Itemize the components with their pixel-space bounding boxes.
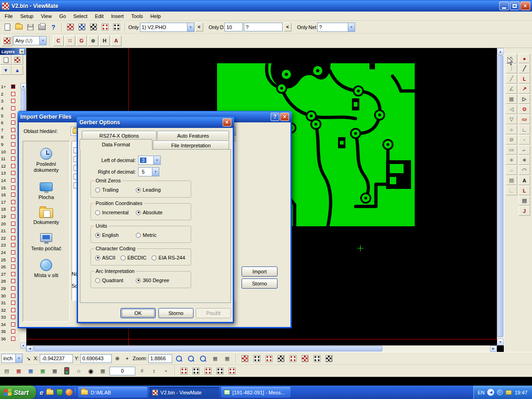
tool-button[interactable]: L	[519, 186, 530, 195]
view-mode-4-button[interactable]	[276, 353, 286, 364]
tool-button[interactable]: ∗	[506, 155, 517, 165]
grid-a-button[interactable]: ▦	[210, 353, 220, 364]
tool-button[interactable]: ∠	[506, 84, 517, 94]
zoom-value-field[interactable]: 1.8866	[148, 354, 172, 363]
minimize-button[interactable]	[499, 1, 509, 10]
select-mode-button[interactable]	[2, 36, 12, 46]
circle-select-button[interactable]: ○	[73, 366, 84, 376]
radio-option[interactable]: Leading	[136, 187, 176, 193]
tool-button[interactable]: ∟	[519, 125, 530, 134]
layer-swatch[interactable]	[11, 301, 15, 305]
layer-row[interactable]: 4	[0, 105, 20, 112]
tool-button[interactable]: ▷	[519, 94, 530, 104]
scroll-right-button[interactable]: ▶	[490, 345, 497, 352]
paint-mode-5-button[interactable]	[227, 366, 237, 376]
layer-up-button[interactable]: ▲	[12, 65, 23, 75]
dialog-help-button[interactable]: ?	[271, 113, 279, 121]
layer-row[interactable]: 35	[0, 328, 20, 335]
tab-auto-features[interactable]: Auto Features	[157, 131, 229, 140]
view-mode-1-button[interactable]	[240, 353, 250, 364]
dot-grid-button[interactable]: #	[137, 366, 147, 376]
layer-swatch[interactable]	[11, 92, 15, 96]
layer-swatch[interactable]	[11, 236, 15, 240]
grid-blue-button[interactable]: ▦	[25, 366, 36, 376]
tray-keyboard-icon[interactable]	[506, 390, 512, 395]
tool-button[interactable]: ●	[519, 54, 530, 63]
place-network[interactable]: Místa v síti	[25, 259, 67, 278]
task-button-mlab[interactable]: D:\MLAB	[78, 387, 147, 398]
select-tool-button[interactable]: ⊕	[88, 36, 98, 46]
layers-panel-titlebar[interactable]: Layers ×	[0, 48, 26, 55]
layer-swatch[interactable]	[11, 135, 15, 139]
apply-button[interactable]: Použít	[196, 308, 231, 318]
tool-button[interactable]: ↗	[519, 84, 530, 94]
radio-icon[interactable]	[136, 233, 141, 238]
radio-icon[interactable]	[151, 255, 157, 260]
layers-scroll-down[interactable]: ▼	[20, 343, 26, 349]
tab-file-interpretation[interactable]: File Interpretation	[153, 140, 229, 150]
menu-item[interactable]: Edit	[91, 12, 107, 20]
layer-swatch[interactable]	[11, 222, 15, 226]
layer-swatch[interactable]	[11, 286, 15, 290]
tool-button[interactable]: ◁	[506, 104, 517, 114]
highlight-dcodes-button[interactable]	[65, 22, 76, 32]
ok-button[interactable]: OK	[121, 308, 156, 318]
layer-swatch[interactable]	[11, 171, 15, 175]
highlight-toggle-button[interactable]	[61, 366, 72, 376]
menu-item[interactable]: View	[37, 12, 55, 20]
dialog-close-button[interactable]: ×	[280, 113, 289, 121]
radio-option[interactable]: 360 Degree	[136, 278, 176, 283]
layer-stack-button[interactable]: ▤	[1, 366, 12, 376]
hide-icons-button[interactable]: ◀	[487, 389, 494, 396]
menu-item[interactable]: Help	[147, 12, 165, 20]
aperture-list-button[interactable]	[77, 22, 87, 32]
print-button[interactable]	[36, 22, 47, 32]
tool-button[interactable]: ⊙	[519, 104, 530, 114]
grid-b-button[interactable]: ▦	[222, 353, 232, 364]
task-button-message[interactable]: [191-482-091] - Mess...	[221, 387, 290, 398]
units-combo[interactable]: inch ▼	[1, 354, 23, 363]
dialog-close-button[interactable]: ×	[223, 118, 231, 127]
layer-swatch[interactable]	[11, 157, 15, 161]
tool-button[interactable]: A	[519, 175, 530, 185]
place-documents[interactable]: Dokumenty	[25, 208, 67, 225]
layer-swatch[interactable]	[11, 258, 15, 262]
tool-button[interactable]: ▽	[506, 115, 517, 124]
cancel-button[interactable]: Storno	[158, 308, 193, 318]
tool-button[interactable]: ≡	[506, 125, 517, 134]
layer-swatch[interactable]	[11, 294, 15, 298]
layer-swatch[interactable]	[11, 128, 15, 132]
radio-option[interactable]: EIA RS-244	[151, 255, 185, 260]
layer-swatch[interactable]	[11, 207, 15, 211]
layer-row[interactable]: 1+	[0, 83, 20, 91]
tool-button[interactable]: ·	[519, 135, 530, 145]
gerber-dialog-titlebar[interactable]: Gerber Options ×	[77, 116, 234, 128]
grid-green-button[interactable]: ▦	[37, 366, 48, 376]
place-computer[interactable]: Tento počítač	[25, 233, 67, 252]
start-button[interactable]: Start	[0, 386, 36, 399]
pan-anchor-button[interactable]: ↕	[149, 366, 159, 376]
dcode-query-input[interactable]: ?	[244, 23, 283, 31]
layer-swatch[interactable]	[11, 106, 15, 110]
tool-button[interactable]: ▭	[506, 145, 517, 155]
save-button[interactable]	[25, 22, 36, 32]
internet-explorer-icon[interactable]: e	[40, 388, 43, 396]
layer-swatch[interactable]	[11, 308, 15, 312]
layer-swatch[interactable]	[11, 322, 15, 326]
layer-swatch[interactable]	[11, 186, 15, 190]
tool-button[interactable]: ╱	[519, 64, 530, 73]
grid-gray-button[interactable]: ▦	[49, 366, 60, 376]
import-cancel-button[interactable]: Storno	[242, 278, 278, 289]
only-dcode-label[interactable]: Only	[209, 24, 219, 30]
paint-mode-3-button[interactable]	[203, 366, 213, 376]
radio-option[interactable]: Trailing	[95, 187, 136, 193]
relative-origin-button[interactable]: ⊕	[113, 353, 121, 364]
net-combo[interactable]: ? ▼	[317, 23, 355, 32]
layer-swatch[interactable]	[11, 214, 15, 218]
import-button[interactable]: Import	[242, 266, 278, 277]
layer-swatch[interactable]	[11, 150, 15, 154]
clock[interactable]: 19:47	[514, 390, 527, 395]
filled-circle-button[interactable]: ◉	[85, 366, 96, 376]
browser-ball-icon[interactable]	[66, 389, 73, 396]
scroll-down-button[interactable]: ▼	[497, 339, 504, 345]
